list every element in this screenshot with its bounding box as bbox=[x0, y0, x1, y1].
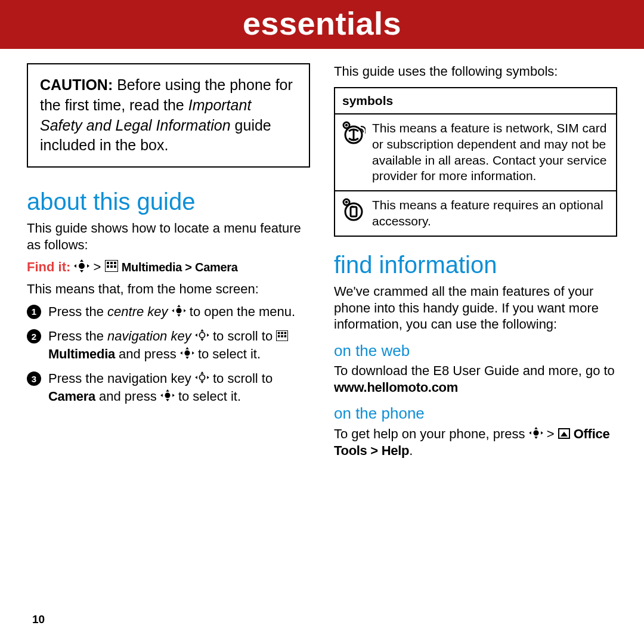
gt2: > bbox=[547, 426, 558, 441]
step3-a: Press the navigation key bbox=[48, 371, 195, 386]
svg-rect-13 bbox=[284, 332, 287, 335]
web-t1: To download the E8 User Guide and more, … bbox=[334, 363, 615, 378]
step2-bold: Multimedia bbox=[48, 346, 115, 361]
about-p1: This guide shows how to locate a menu fe… bbox=[27, 220, 310, 253]
on-the-web-heading: on the web bbox=[334, 341, 617, 361]
page-number: 10 bbox=[32, 613, 45, 626]
symbols-header: symbols bbox=[335, 88, 616, 114]
gt1: > bbox=[94, 259, 105, 274]
right-column: This guide uses the following symbols: s… bbox=[334, 63, 617, 465]
svg-rect-12 bbox=[281, 332, 284, 335]
accessory-icon bbox=[335, 191, 372, 236]
list-item: 3 Press the navigation key to scroll to … bbox=[27, 370, 310, 405]
about-heading: about this guide bbox=[27, 187, 310, 216]
on-the-phone-heading: on the phone bbox=[334, 404, 617, 423]
network-dependent-icon bbox=[335, 114, 372, 191]
step3-b: to scroll to bbox=[213, 371, 273, 386]
step-number-1: 1 bbox=[27, 305, 41, 319]
list-item: 1 Press the centre key to open the menu. bbox=[27, 304, 310, 321]
about-p2: This means that, from the home screen: bbox=[27, 281, 310, 298]
svg-rect-6 bbox=[110, 265, 113, 268]
step1-a: Press the bbox=[48, 304, 107, 319]
centre-key-icon bbox=[160, 389, 175, 406]
svg-rect-7 bbox=[114, 265, 116, 268]
svg-point-19 bbox=[165, 392, 170, 398]
step2-a: Press the bbox=[48, 329, 107, 343]
nav-key-icon bbox=[195, 371, 209, 388]
columns: CAUTION: Before using the phone for the … bbox=[0, 49, 644, 465]
step1-b: to open the menu. bbox=[190, 304, 295, 319]
svg-point-0 bbox=[79, 263, 85, 269]
caution-label: CAUTION: bbox=[40, 76, 113, 93]
step3-c: and press bbox=[95, 389, 160, 404]
svg-point-17 bbox=[184, 350, 190, 355]
find-info-heading: find information bbox=[334, 250, 617, 280]
page: essentials CAUTION: Before using the pho… bbox=[0, 0, 644, 644]
step3-d: to select it. bbox=[178, 389, 241, 404]
symbols-row-2-text: This means a feature requires an optiona… bbox=[372, 191, 616, 236]
banner-title: essentials bbox=[0, 0, 644, 49]
findit-label: Find it: bbox=[27, 259, 70, 274]
left-column: CAUTION: Before using the phone for the … bbox=[27, 63, 310, 465]
step3-bold: Camera bbox=[48, 389, 95, 404]
on-the-web-text: To download the E8 User Guide and more, … bbox=[334, 363, 617, 395]
svg-rect-15 bbox=[281, 335, 284, 338]
svg-rect-16 bbox=[284, 335, 287, 338]
multimedia-grid-icon bbox=[105, 259, 118, 276]
findit-path: Multimedia > Camera bbox=[122, 261, 238, 274]
findit-line: Find it: > Multimedia > Camera bbox=[27, 259, 310, 276]
office-tools-icon bbox=[558, 426, 570, 443]
centre-key-icon bbox=[529, 426, 543, 443]
centre-key-icon bbox=[172, 304, 186, 321]
find-info-p1: We've crammed all the main features of y… bbox=[334, 283, 617, 333]
centre-key-icon bbox=[74, 259, 89, 277]
symbols-row-1-text: This means a feature is network, SIM car… bbox=[372, 114, 616, 191]
on-the-phone-text: To get help on your phone, press > Offic… bbox=[334, 426, 617, 459]
svg-rect-5 bbox=[107, 265, 109, 268]
svg-rect-11 bbox=[278, 332, 280, 335]
step2-d: to select it. bbox=[198, 346, 261, 361]
step-number-3: 3 bbox=[27, 371, 41, 386]
svg-rect-2 bbox=[107, 262, 109, 264]
symbols-table: symbols This means a feature is network,… bbox=[334, 87, 617, 237]
svg-rect-3 bbox=[110, 262, 113, 264]
svg-rect-14 bbox=[278, 335, 280, 338]
step2-b: to scroll to bbox=[213, 329, 276, 343]
svg-point-18 bbox=[199, 375, 205, 380]
web-link: www.hellomoto.com bbox=[334, 380, 458, 395]
caution-box: CAUTION: Before using the phone for the … bbox=[27, 63, 310, 168]
multimedia-grid-icon bbox=[276, 329, 288, 346]
nav-key-icon bbox=[195, 329, 209, 346]
step1-ital: centre key bbox=[107, 304, 168, 319]
symbols-intro: This guide uses the following symbols: bbox=[334, 63, 617, 80]
step2-ital: navigation key bbox=[107, 329, 191, 343]
step-number-2: 2 bbox=[27, 329, 41, 343]
svg-point-9 bbox=[199, 333, 205, 338]
table-row: This means a feature is network, SIM car… bbox=[335, 114, 616, 192]
table-row: This means a feature requires an optiona… bbox=[335, 191, 616, 236]
svg-point-31 bbox=[533, 430, 538, 435]
centre-key-icon bbox=[180, 346, 194, 364]
svg-point-8 bbox=[176, 308, 181, 313]
step2-c: and press bbox=[115, 346, 180, 361]
svg-point-25 bbox=[345, 203, 362, 220]
phone-dot: . bbox=[409, 443, 413, 458]
steps-list: 1 Press the centre key to open the menu.… bbox=[27, 304, 310, 405]
phone-t1: To get help on your phone, press bbox=[334, 426, 529, 441]
list-item: 2 Press the navigation key to scroll to … bbox=[27, 328, 310, 363]
svg-rect-26 bbox=[351, 207, 357, 216]
svg-rect-4 bbox=[114, 262, 116, 264]
